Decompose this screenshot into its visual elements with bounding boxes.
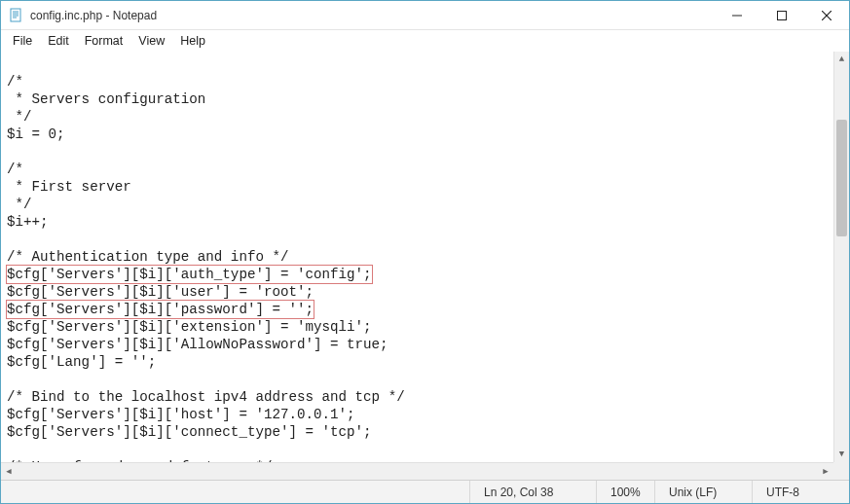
code-line: $cfg['Servers'][$i]['AllowNoPassword'] =…	[7, 336, 830, 353]
code-line: */	[7, 196, 830, 213]
code-line: $cfg['Servers'][$i]['password'] = '';	[7, 301, 830, 318]
code-line: $cfg['Lang'] = '';	[7, 353, 830, 371]
code-line	[7, 441, 830, 458]
code-line: $cfg['Servers'][$i]['auth_type'] = 'conf…	[7, 266, 830, 283]
highlight-box: $cfg['Servers'][$i]['password'] = '';	[6, 300, 314, 319]
code-line	[7, 371, 830, 388]
statusbar: Ln 20, Col 38 100% Unix (LF) UTF-8	[1, 480, 849, 503]
menu-file[interactable]: File	[5, 32, 40, 50]
code-line: /*	[7, 161, 830, 178]
menu-edit[interactable]: Edit	[40, 32, 77, 50]
status-zoom: 100%	[596, 481, 654, 503]
code-line	[7, 143, 830, 161]
vertical-scrollbar[interactable]: ▲ ▼	[833, 52, 849, 462]
window-controls	[715, 1, 849, 29]
code-line: $cfg['Servers'][$i]['extension'] = 'mysq…	[7, 318, 830, 336]
svg-rect-6	[778, 11, 787, 19]
scroll-up-button[interactable]: ▲	[834, 52, 849, 67]
text-editor[interactable]: /* * Servers configuration */$i = 0;/* *…	[3, 54, 833, 462]
code-line: $cfg['Servers'][$i]['user'] = 'root';	[7, 283, 830, 301]
menu-format[interactable]: Format	[77, 32, 131, 50]
code-line: */	[7, 108, 830, 126]
code-line: $i++;	[7, 213, 830, 231]
code-line: $cfg['Servers'][$i]['connect_type'] = 't…	[7, 423, 830, 441]
code-line: /* Bind to the localhost ipv4 address an…	[7, 388, 830, 406]
scroll-right-button[interactable]: ▶	[818, 463, 833, 480]
menu-help[interactable]: Help	[172, 32, 213, 50]
status-encoding: UTF-8	[752, 481, 849, 503]
scrollbar-corner	[833, 462, 849, 480]
code-line: * First server	[7, 178, 830, 196]
code-line: /*	[7, 73, 830, 90]
horizontal-scrollbar[interactable]: ◀ ▶	[1, 462, 833, 480]
status-eol: Unix (LF)	[654, 481, 752, 503]
code-line: $i = 0;	[7, 126, 830, 143]
minimize-button[interactable]	[715, 1, 759, 29]
scroll-left-button[interactable]: ◀	[1, 463, 17, 480]
notepad-icon	[9, 8, 24, 23]
editor-area: /* * Servers configuration */$i = 0;/* *…	[1, 52, 849, 480]
vertical-scroll-thumb[interactable]	[836, 120, 847, 236]
close-button[interactable]	[804, 1, 849, 29]
code-line: * Servers configuration	[7, 90, 830, 108]
maximize-button[interactable]	[759, 1, 804, 29]
code-line: /* Authentication type and info */	[7, 248, 830, 266]
code-line: $cfg['Servers'][$i]['host'] = '127.0.0.1…	[7, 406, 830, 423]
scroll-down-button[interactable]: ▼	[834, 447, 849, 462]
menu-view[interactable]: View	[130, 32, 172, 50]
titlebar: config.inc.php - Notepad	[1, 1, 849, 30]
status-spacer	[1, 481, 469, 503]
code-line	[7, 55, 830, 73]
window-title: config.inc.php - Notepad	[30, 9, 715, 22]
code-line	[7, 231, 830, 248]
highlight-box: $cfg['Servers'][$i]['auth_type'] = 'conf…	[6, 265, 373, 284]
menubar: File Edit Format View Help	[1, 30, 849, 52]
status-cursor: Ln 20, Col 38	[469, 481, 596, 503]
